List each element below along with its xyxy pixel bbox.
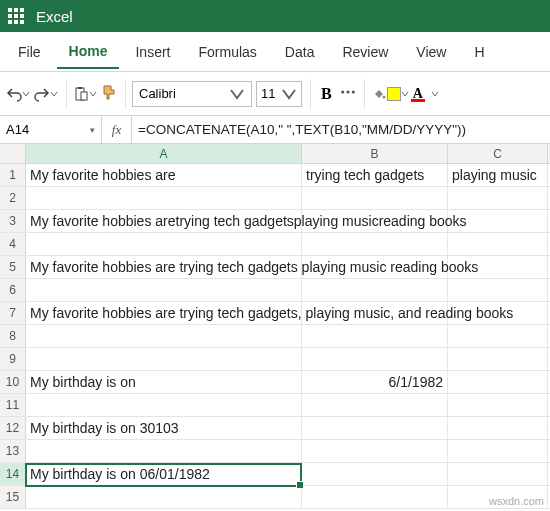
cell-c13[interactable] xyxy=(448,440,548,462)
row-14: 14 My birthday is on 06/01/1982 xyxy=(0,463,550,486)
cell-c8[interactable] xyxy=(448,325,548,347)
bold-button[interactable]: B xyxy=(317,85,336,103)
svg-rect-1 xyxy=(78,87,82,89)
cell-b15[interactable] xyxy=(302,486,448,508)
row-header[interactable]: 11 xyxy=(0,394,26,416)
spreadsheet-grid[interactable]: A B C 1 My favorite hobbies are trying t… xyxy=(0,144,550,509)
cell-b1[interactable]: trying tech gadgets xyxy=(302,164,448,186)
row-header[interactable]: 2 xyxy=(0,187,26,209)
row-header[interactable]: 9 xyxy=(0,348,26,370)
select-all-corner[interactable] xyxy=(0,144,26,163)
cell-b11[interactable] xyxy=(302,394,448,416)
row-12: 12 My birthday is on 30103 xyxy=(0,417,550,440)
cell-a6[interactable] xyxy=(26,279,302,301)
name-box[interactable]: A14 ▾ xyxy=(0,116,102,143)
cell-c10[interactable] xyxy=(448,371,548,393)
cell-a3[interactable]: My favorite hobbies aretrying tech gadge… xyxy=(26,210,302,232)
tab-formulas[interactable]: Formulas xyxy=(186,36,268,68)
row-header[interactable]: 4 xyxy=(0,233,26,255)
font-size-select[interactable]: 11 xyxy=(256,81,302,107)
cell-a10[interactable]: My birthday is on xyxy=(26,371,302,393)
cell-b14[interactable] xyxy=(302,463,448,485)
cell-c12[interactable] xyxy=(448,417,548,439)
cell-a11[interactable] xyxy=(26,394,302,416)
cell-c11[interactable] xyxy=(448,394,548,416)
cell-b12[interactable] xyxy=(302,417,448,439)
cell-b4[interactable] xyxy=(302,233,448,255)
row-header[interactable]: 12 xyxy=(0,417,26,439)
svg-point-4 xyxy=(346,90,349,93)
cell-c14[interactable] xyxy=(448,463,548,485)
cell-a4[interactable] xyxy=(26,233,302,255)
undo-button[interactable] xyxy=(6,86,30,102)
cell-c1[interactable]: playing music xyxy=(448,164,548,186)
row-1: 1 My favorite hobbies are trying tech ga… xyxy=(0,164,550,187)
formula-input[interactable]: =CONCATENATE(A10," ",TEXT(B10,"MM/DD/YYY… xyxy=(132,122,550,137)
row-5: 5 My favorite hobbies are trying tech ga… xyxy=(0,256,550,279)
more-font-button[interactable] xyxy=(340,84,356,104)
row-header[interactable]: 7 xyxy=(0,302,26,324)
column-headers: A B C xyxy=(0,144,550,164)
row-header[interactable]: 8 xyxy=(0,325,26,347)
cell-b8[interactable] xyxy=(302,325,448,347)
chevron-down-icon xyxy=(281,86,297,102)
cell-a12[interactable]: My birthday is on 30103 xyxy=(26,417,302,439)
tab-help[interactable]: H xyxy=(462,36,496,68)
font-color-swatch xyxy=(411,99,425,102)
cell-b13[interactable] xyxy=(302,440,448,462)
tab-file[interactable]: File xyxy=(6,36,53,68)
watermark: wsxdn.com xyxy=(489,495,544,507)
row-9: 9 xyxy=(0,348,550,371)
svg-point-5 xyxy=(351,90,354,93)
cell-c2[interactable] xyxy=(448,187,548,209)
fill-color-button[interactable] xyxy=(371,86,409,102)
col-header-a[interactable]: A xyxy=(26,144,302,163)
row-header[interactable]: 3 xyxy=(0,210,26,232)
tab-view[interactable]: View xyxy=(404,36,458,68)
row-15: 15 xyxy=(0,486,550,509)
tab-home[interactable]: Home xyxy=(57,35,120,69)
cell-a15[interactable] xyxy=(26,486,302,508)
cell-a14[interactable]: My birthday is on 06/01/1982 xyxy=(26,463,302,485)
row-6: 6 xyxy=(0,279,550,302)
row-header[interactable]: 6 xyxy=(0,279,26,301)
cell-a5[interactable]: My favorite hobbies are trying tech gadg… xyxy=(26,256,302,278)
row-header[interactable]: 15 xyxy=(0,486,26,508)
toolbar: Calibri 11 B A xyxy=(0,72,550,116)
name-box-value: A14 xyxy=(6,122,29,137)
menubar: File Home Insert Formulas Data Review Vi… xyxy=(0,32,550,72)
cell-a8[interactable] xyxy=(26,325,302,347)
paste-button[interactable] xyxy=(73,86,97,102)
font-color-button[interactable]: A xyxy=(413,85,439,102)
tab-insert[interactable]: Insert xyxy=(123,36,182,68)
app-launcher-icon[interactable] xyxy=(8,7,26,25)
col-header-b[interactable]: B xyxy=(302,144,448,163)
cell-b9[interactable] xyxy=(302,348,448,370)
redo-button[interactable] xyxy=(34,86,58,102)
cell-a13[interactable] xyxy=(26,440,302,462)
tab-review[interactable]: Review xyxy=(330,36,400,68)
tab-data[interactable]: Data xyxy=(273,36,327,68)
row-header[interactable]: 5 xyxy=(0,256,26,278)
row-header[interactable]: 14 xyxy=(0,463,26,485)
cell-a7[interactable]: My favorite hobbies are trying tech gadg… xyxy=(26,302,302,324)
cell-b2[interactable] xyxy=(302,187,448,209)
row-header[interactable]: 1 xyxy=(0,164,26,186)
fx-icon[interactable]: fx xyxy=(102,116,132,143)
row-2: 2 xyxy=(0,187,550,210)
svg-rect-2 xyxy=(81,92,87,100)
col-header-c[interactable]: C xyxy=(448,144,548,163)
format-painter-button[interactable] xyxy=(101,84,117,104)
cell-c6[interactable] xyxy=(448,279,548,301)
font-name-select[interactable]: Calibri xyxy=(132,81,252,107)
row-header[interactable]: 13 xyxy=(0,440,26,462)
row-header[interactable]: 10 xyxy=(0,371,26,393)
cell-c4[interactable] xyxy=(448,233,548,255)
cell-c9[interactable] xyxy=(448,348,548,370)
cell-b10[interactable]: 6/1/1982 xyxy=(302,371,448,393)
cell-a2[interactable] xyxy=(26,187,302,209)
row-13: 13 xyxy=(0,440,550,463)
cell-a9[interactable] xyxy=(26,348,302,370)
cell-a1[interactable]: My favorite hobbies are xyxy=(26,164,302,186)
cell-b6[interactable] xyxy=(302,279,448,301)
